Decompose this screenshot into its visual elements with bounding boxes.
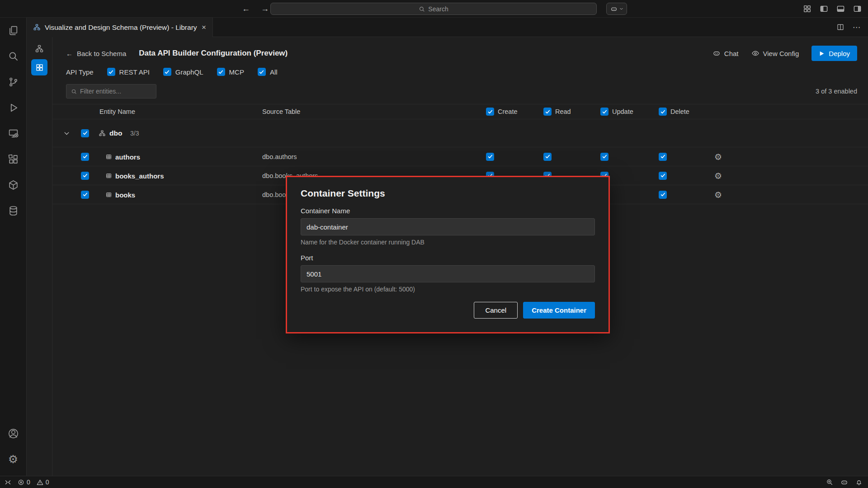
schema-view-icon[interactable]: [35, 44, 44, 53]
remote-explorer-icon[interactable]: [0, 121, 27, 146]
row-checkbox[interactable]: [81, 153, 89, 161]
config-grid-view-icon[interactable]: [31, 59, 47, 75]
database-icon[interactable]: [0, 198, 27, 224]
extensions-icon[interactable]: [0, 146, 27, 172]
row-settings-gear-icon[interactable]: ⚙: [714, 171, 722, 180]
port-label: Port: [301, 254, 595, 262]
view-switcher: [27, 37, 52, 476]
account-icon[interactable]: [0, 421, 27, 446]
back-to-schema-link[interactable]: ← Back to Schema: [66, 50, 126, 57]
problems-warnings[interactable]: 0: [37, 479, 49, 486]
table-entity-icon: [105, 153, 112, 160]
problems-errors[interactable]: 0: [18, 479, 30, 486]
create-checkbox[interactable]: [486, 153, 494, 161]
error-icon: [18, 479, 24, 486]
update-checkbox[interactable]: [600, 153, 609, 161]
container-name-field[interactable]: [301, 218, 595, 235]
container-name-label: Container Name: [301, 207, 595, 215]
schema-group-row[interactable]: dbo 3/3: [52, 119, 868, 147]
api-type-label: API Type: [66, 68, 94, 76]
graphql-checkbox[interactable]: [163, 68, 171, 76]
command-center-search[interactable]: Search: [270, 3, 597, 15]
remote-window-icon[interactable]: [5, 479, 11, 486]
container-name-help: Name for the Docker container running DA…: [301, 239, 595, 246]
copilot-status-icon[interactable]: [840, 479, 848, 486]
row-settings-gear-icon[interactable]: ⚙: [714, 152, 722, 161]
deploy-button[interactable]: Deploy: [811, 46, 857, 61]
error-count: 0: [27, 479, 30, 486]
back-arrow-icon[interactable]: ←: [242, 4, 250, 14]
tab-visualize-schema[interactable]: Visualize and Design Schema (Preview) - …: [27, 18, 213, 37]
more-actions-icon[interactable]: ⋯: [853, 23, 861, 32]
row-checkbox[interactable]: [81, 191, 89, 199]
history-nav: ← →: [242, 0, 269, 18]
mcp-checkbox[interactable]: [217, 68, 225, 76]
delete-all-checkbox[interactable]: [659, 108, 667, 116]
status-bar-left: 0 0: [0, 479, 49, 486]
filter-entities-input[interactable]: [80, 88, 151, 95]
rest-api-label: REST API: [119, 68, 150, 76]
toggle-panel-icon[interactable]: [836, 5, 845, 13]
eye-icon: [751, 49, 760, 57]
status-bar: 0 0: [0, 476, 868, 488]
delete-checkbox[interactable]: [659, 172, 667, 180]
tab-close-icon[interactable]: ×: [202, 23, 206, 32]
group-checkbox[interactable]: [81, 129, 89, 137]
search-icon: [71, 89, 77, 94]
run-debug-icon[interactable]: [0, 95, 27, 121]
view-config-button[interactable]: View Config: [751, 49, 799, 57]
entity-name: authors: [115, 153, 140, 160]
layout-controls: [803, 0, 862, 18]
search-view-icon[interactable]: [0, 43, 27, 69]
col-read: Read: [543, 108, 571, 116]
col-create: Create: [486, 108, 518, 116]
search-icon: [419, 6, 425, 12]
mcp-label: MCP: [229, 68, 244, 76]
forward-arrow-icon[interactable]: →: [261, 4, 269, 14]
delete-checkbox[interactable]: [659, 191, 667, 199]
split-editor-icon[interactable]: [836, 23, 844, 31]
status-bar-right: [826, 479, 868, 486]
toggle-secondary-sidebar-icon[interactable]: [853, 5, 862, 13]
title-bar: ← → Search: [0, 0, 868, 18]
dialog-actions: Cancel Create Container: [301, 302, 595, 319]
row-settings-gear-icon[interactable]: ⚙: [714, 190, 722, 199]
chat-copilot-icon: [712, 49, 721, 57]
port-help: Port to expose the API on (default: 5000…: [301, 286, 595, 293]
dialog-title: Container Settings: [301, 188, 595, 199]
api-type-graphql[interactable]: GraphQL: [163, 68, 203, 76]
table-entity-icon: [105, 172, 112, 179]
copilot-menu-button[interactable]: [606, 3, 627, 15]
chat-button[interactable]: Chat: [712, 49, 739, 57]
api-type-all[interactable]: All: [258, 68, 278, 76]
settings-gear-icon[interactable]: ⚙: [0, 446, 27, 472]
api-type-mcp[interactable]: MCP: [217, 68, 244, 76]
toolbar-actions: Chat View Config Deploy: [712, 46, 857, 61]
read-all-checkbox[interactable]: [543, 108, 552, 116]
source-control-icon[interactable]: [0, 69, 27, 95]
bell-icon[interactable]: [855, 479, 863, 486]
create-all-checkbox[interactable]: [486, 108, 494, 116]
rest-api-checkbox[interactable]: [107, 68, 115, 76]
graphql-label: GraphQL: [175, 68, 203, 76]
read-checkbox[interactable]: [543, 153, 552, 161]
package-cube-icon[interactable]: [0, 172, 27, 198]
col-source-table: Source Table: [262, 108, 300, 115]
cancel-button[interactable]: Cancel: [474, 302, 518, 319]
port-field[interactable]: [301, 265, 595, 282]
update-all-checkbox[interactable]: [600, 108, 609, 116]
api-type-rest[interactable]: REST API: [107, 68, 150, 76]
play-icon: [819, 51, 825, 56]
explorer-icon[interactable]: [0, 18, 27, 43]
view-config-label: View Config: [763, 50, 799, 57]
all-checkbox[interactable]: [258, 68, 266, 76]
source-table: dbo.authors: [262, 153, 297, 160]
zoom-icon[interactable]: [826, 479, 833, 486]
filter-entities-box[interactable]: [66, 84, 156, 99]
toggle-sidebar-icon[interactable]: [820, 5, 828, 13]
customize-layout-icon[interactable]: [803, 5, 811, 13]
delete-checkbox[interactable]: [659, 153, 667, 161]
row-checkbox[interactable]: [81, 172, 89, 180]
create-container-button[interactable]: Create Container: [523, 302, 595, 319]
chevron-down-icon[interactable]: [63, 130, 70, 136]
